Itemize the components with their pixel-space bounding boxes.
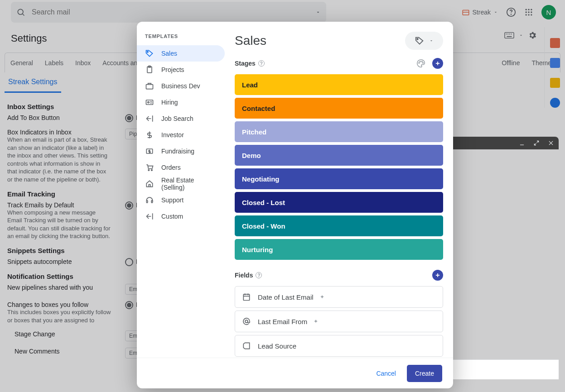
stage-closed-won[interactable]: Closed - Won [235, 215, 443, 236]
tag-icon [415, 36, 425, 46]
template-item-fundraising[interactable]: Fundraising [137, 143, 225, 159]
svg-rect-66 [243, 294, 249, 300]
template-label: Custom [161, 213, 183, 220]
template-item-job-search[interactable]: Job Search [137, 110, 225, 127]
svg-rect-55 [146, 201, 148, 203]
sparkle-icon: ✦ [320, 294, 324, 300]
template-item-orders[interactable]: Orders [137, 159, 225, 176]
add-field-button[interactable] [432, 270, 443, 281]
stage-pitched[interactable]: Pitched [235, 121, 443, 142]
templates-heading: TEMPLATES [137, 33, 227, 45]
svg-point-60 [421, 61, 422, 62]
pipeline-template-modal: TEMPLATES SalesProjectsBusiness DevHirin… [137, 22, 453, 388]
template-label: Sales [161, 50, 177, 57]
svg-point-58 [419, 62, 420, 63]
plus-icon [435, 60, 441, 67]
template-item-support[interactable]: Support [137, 192, 225, 208]
template-label: Hiring [161, 99, 178, 106]
stages-label: Stages [235, 60, 256, 67]
id-card-icon [145, 98, 154, 107]
svg-point-57 [417, 38, 418, 40]
template-item-investor[interactable]: Investor [137, 127, 225, 143]
field-lead-source[interactable]: Lead Source [235, 335, 443, 357]
svg-point-54 [151, 170, 153, 171]
svg-point-61 [423, 62, 424, 63]
field-last-email-from[interactable]: Last Email From✦ [235, 311, 443, 332]
dollar-box-icon [145, 147, 154, 156]
template-title: Sales [235, 33, 266, 48]
palette-icon[interactable] [416, 58, 426, 68]
stage-contacted[interactable]: Contacted [235, 98, 443, 119]
home-icon [145, 179, 154, 188]
stage-negotiating[interactable]: Negotiating [235, 168, 443, 189]
tag-icon [145, 49, 154, 58]
template-item-sales[interactable]: Sales [137, 45, 225, 62]
svg-rect-56 [151, 201, 153, 203]
fields-label: Fields [235, 272, 253, 279]
close-icon[interactable] [548, 140, 554, 146]
template-label: Fundraising [161, 148, 194, 155]
template-label: Support [161, 196, 184, 204]
send-arrow-icon [145, 114, 154, 123]
add-stage-button[interactable] [432, 58, 443, 69]
chevron-down-icon [429, 38, 434, 43]
help-icon[interactable]: ? [256, 272, 262, 278]
template-item-real-estate-selling-[interactable]: Real Estate (Selling) [137, 176, 225, 192]
template-detail: Sales Stages ? LeadContactedPi [227, 22, 453, 358]
tag-outline-icon [241, 341, 251, 351]
briefcase-icon [145, 81, 154, 91]
help-icon[interactable]: ? [258, 60, 265, 67]
stage-lead[interactable]: Lead [235, 74, 443, 95]
svg-point-53 [148, 170, 150, 171]
send-arrow-icon [145, 212, 154, 221]
svg-point-44 [147, 51, 149, 53]
field-label: Lead Source [258, 342, 296, 350]
template-label: Job Search [161, 115, 193, 122]
field-date-of-last-email[interactable]: Date of Last Email✦ [235, 286, 443, 308]
template-label: Projects [161, 66, 184, 73]
templates-sidebar: TEMPLATES SalesProjectsBusiness DevHirin… [137, 22, 227, 358]
template-label: Investor [161, 131, 184, 139]
template-item-projects[interactable]: Projects [137, 62, 225, 78]
field-label: Date of Last Email [258, 293, 314, 301]
create-button[interactable]: Create [407, 365, 442, 382]
svg-point-49 [148, 101, 149, 103]
template-item-custom[interactable]: Custom [137, 208, 225, 225]
template-item-business-dev[interactable]: Business Dev [137, 78, 225, 94]
cart-icon [145, 163, 154, 172]
minimize-icon[interactable] [519, 140, 525, 146]
svg-rect-47 [146, 85, 153, 89]
svg-point-70 [245, 320, 248, 323]
template-item-hiring[interactable]: Hiring [137, 94, 225, 110]
headset-icon [145, 196, 154, 205]
dollar-icon [145, 130, 154, 139]
stage-closed-lost[interactable]: Closed - Lost [235, 192, 443, 213]
template-label: Real Estate (Selling) [161, 177, 217, 191]
template-label: Orders [161, 164, 181, 171]
sparkle-icon: ✦ [314, 318, 318, 325]
stage-demo[interactable]: Demo [235, 145, 443, 166]
expand-icon[interactable] [533, 140, 540, 146]
field-label: Last Email From [258, 318, 307, 325]
stage-nurturing[interactable]: Nurturing [235, 239, 443, 260]
clipboard-icon [145, 65, 154, 74]
cancel-button[interactable]: Cancel [376, 370, 396, 377]
calendar-icon [241, 292, 251, 302]
tag-chip[interactable] [405, 32, 443, 50]
at-icon [241, 316, 251, 326]
plus-icon [435, 272, 441, 278]
template-label: Business Dev [161, 82, 200, 90]
svg-point-59 [420, 61, 420, 62]
